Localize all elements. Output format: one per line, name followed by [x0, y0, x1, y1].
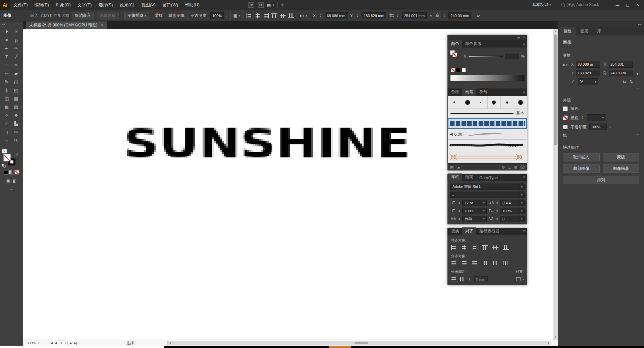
selection-tool[interactable]: ➤ [2, 27, 11, 36]
constrain-proportions-icon[interactable]: ⚭ [636, 61, 639, 87]
tab-align[interactable]: 对齐 [462, 227, 476, 235]
pattern-brush-item-selected[interactable] [448, 118, 527, 129]
tab-pathfinder[interactable]: 路径查找器 [476, 227, 502, 235]
screen-mode-icon[interactable]: ◧ [13, 179, 16, 183]
color-button[interactable] [4, 170, 8, 175]
unembed-quick-button[interactable]: 取消嵌入 [563, 153, 600, 161]
kerning-stepper[interactable] [458, 217, 461, 221]
menu-item[interactable]: 窗口(W) [159, 0, 181, 10]
lasso-tool[interactable]: ℘ [11, 36, 21, 44]
width-tool[interactable]: ≬ [2, 86, 11, 94]
stroke-weight-field[interactable]: ▾ [587, 114, 605, 121]
workspace-switcher[interactable]: 基本功能 [532, 2, 551, 8]
vertical-distribute-top-icon[interactable] [451, 261, 457, 266]
grayscale-ramp[interactable] [450, 75, 525, 81]
vertical-distribute-space-icon[interactable] [451, 277, 457, 282]
magic-wand-tool[interactable]: ✶ [2, 36, 11, 44]
bridge-button[interactable]: Br [248, 2, 254, 8]
crop-image-quick-button[interactable]: 裁剪图像 [563, 164, 600, 173]
gradient-button[interactable] [9, 170, 14, 175]
previous-artboard-button[interactable]: ◀ [55, 342, 57, 345]
tab-properties[interactable]: 属性 [559, 27, 576, 36]
default-fill-stroke-icon[interactable] [2, 164, 6, 167]
arrange-quick-button[interactable]: 排列 [563, 176, 639, 184]
scale-tool[interactable]: ◱ [11, 78, 21, 86]
height-value-field[interactable]: 240.03 m [609, 70, 633, 76]
artboard-number-dropdown[interactable]: 1 [59, 341, 68, 345]
paintbrush-tool[interactable]: ✎ [11, 61, 21, 69]
menu-item[interactable]: 视图(V) [138, 0, 159, 10]
reference-point-selector[interactable] [563, 62, 566, 67]
first-artboard-button[interactable]: ◀ [50, 342, 53, 345]
eyedropper-tool[interactable]: ✧ [2, 111, 11, 119]
scroll-right-icon[interactable]: ▶ [547, 341, 551, 345]
stroke-weight-stepper[interactable] [581, 116, 584, 119]
vertical-align-top-icon[interactable] [482, 245, 488, 250]
horizontal-align-right-icon[interactable] [263, 13, 269, 18]
unembed-button[interactable]: 取消嵌入 [72, 12, 94, 19]
decorative-brush-item[interactable] [448, 151, 527, 163]
hand-tool[interactable]: ☞ [2, 136, 11, 144]
brush-options-icon[interactable]: ☰ [508, 165, 511, 169]
share-button[interactable]: ✈ [281, 3, 284, 7]
charcoal-brush-item[interactable] [448, 140, 527, 151]
column-graph-tool[interactable]: ▙ [11, 120, 21, 128]
fill-swatch[interactable]: ? [563, 106, 568, 111]
leading-combo[interactable]: (14.4▾ [500, 200, 525, 206]
direct-selection-tool[interactable]: ➤ [11, 27, 21, 36]
link-dimensions-icon[interactable]: ⚭ [429, 13, 433, 18]
calligraphic-brush-item[interactable] [461, 96, 475, 109]
vertical-distribute-center-icon[interactable] [461, 261, 467, 266]
stock-search[interactable]: 搜索 Adobe Stock [561, 2, 599, 8]
pen-tool[interactable]: ✒ [2, 44, 11, 52]
maximize-button[interactable]: ▢ [623, 0, 633, 10]
font-family-combo[interactable]: Adobe 宋体 Std L ▾ [450, 184, 525, 190]
close-panel-icon[interactable]: ✕ [523, 36, 525, 39]
flip-horizontal-icon[interactable]: ⇆ [623, 79, 626, 84]
expand-dock-icon[interactable]: ▸▸ [638, 23, 641, 26]
tab-symbols[interactable]: 符号 [476, 88, 490, 96]
scroll-down-icon[interactable]: ▼ [553, 335, 558, 340]
font-style-combo[interactable]: - ▾ [450, 192, 525, 198]
width-stepper[interactable] [397, 14, 399, 17]
horizontal-scrollbar[interactable]: ◀ ▶ [167, 341, 551, 345]
image-trace-quick-button[interactable]: 图像描摹 [603, 164, 640, 173]
zoom-dropdown[interactable]: 300% [26, 340, 40, 346]
tracking-stepper[interactable] [496, 217, 499, 221]
scroll-up-icon[interactable]: ▲ [553, 29, 558, 34]
rotate-tool[interactable]: ↻ [2, 78, 11, 86]
leading-stepper[interactable] [496, 201, 499, 205]
basic-brush-item[interactable]: 基本 [448, 109, 527, 118]
vertical-scrollbar[interactable]: ▲ ▼ [553, 29, 558, 340]
panel-menu-icon[interactable]: ≡ [523, 90, 525, 94]
document-tab[interactable]: 未标题-2* @ 300% (CMYK/GPU 预览) ✕ [26, 21, 107, 29]
vertical-scrollbar-thumb[interactable] [554, 34, 557, 145]
opacity-expand-icon[interactable]: › [226, 14, 228, 18]
edit-toolbar-icon[interactable]: ⋯ [9, 187, 13, 192]
tab-libraries[interactable]: 库 [593, 27, 605, 36]
x-value-field[interactable]: 68.086 m [576, 61, 600, 68]
mask-button[interactable]: 蒙版 [155, 13, 163, 18]
y-stepper[interactable] [356, 14, 359, 17]
horizontal-align-left-icon[interactable] [246, 13, 252, 18]
tab-transform[interactable]: 变换 [448, 227, 462, 235]
calligraphic-brush-item[interactable] [488, 96, 501, 109]
eraser-tool[interactable]: ▰ [11, 69, 21, 77]
horizontal-distribute-space-icon[interactable] [460, 277, 466, 282]
slice-tool[interactable]: ✂ [11, 128, 21, 136]
kerning-combo[interactable]: 自动▾ [462, 216, 487, 222]
width-value-field[interactable]: 254.001 [609, 61, 633, 68]
curvature-tool[interactable]: ✑ [11, 44, 21, 52]
color-fill-swatch[interactable] [452, 53, 457, 57]
artwork-text[interactable] [121, 120, 412, 167]
mask-quick-button[interactable]: 蒙版 [603, 153, 640, 161]
width-value[interactable]: 254.001 mm [402, 12, 427, 19]
menu-item[interactable]: 效果(C) [116, 0, 138, 10]
menu-item[interactable]: 编辑(E) [31, 0, 52, 10]
new-brush-icon[interactable]: ⊞ [514, 165, 517, 169]
none-swatch[interactable] [451, 68, 455, 72]
perspective-grid-tool[interactable]: ▦ [11, 94, 21, 102]
crop-image-button[interactable]: 裁剪图像 [169, 13, 185, 18]
collapse-panels-icon[interactable]: ◂◂ [517, 36, 520, 39]
height-value[interactable]: 240.03 mm [448, 12, 471, 19]
